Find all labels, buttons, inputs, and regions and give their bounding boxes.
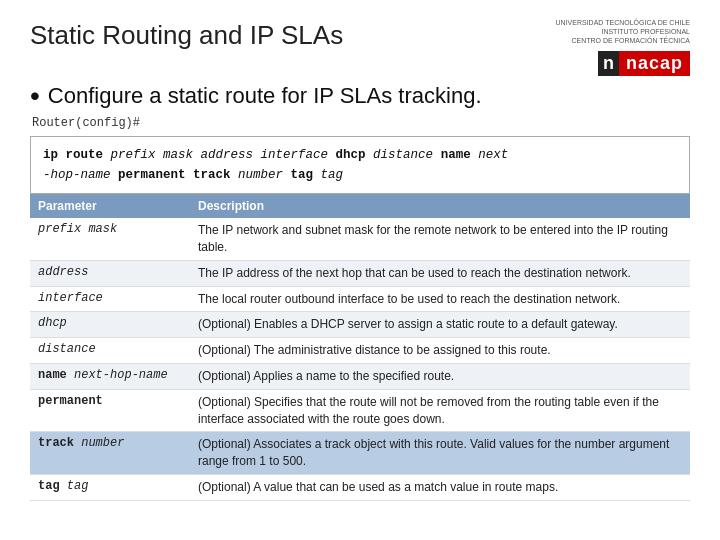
- desc-cell: The IP address of the next hop that can …: [190, 260, 690, 286]
- param-bold-text: permanent: [38, 394, 103, 408]
- param-cell: prefix mask: [30, 218, 190, 260]
- param-italic-part: next-hop-name: [74, 368, 168, 382]
- bullet-dot: •: [30, 82, 40, 110]
- desc-cell: The local router outbound interface to b…: [190, 286, 690, 312]
- table-row: interfaceThe local router outbound inter…: [30, 286, 690, 312]
- cmd-name: name: [441, 148, 479, 162]
- col-parameter: Parameter: [30, 194, 190, 218]
- nacap-box-label: nacap: [619, 51, 690, 76]
- bullet-text: Configure a static route for IP SLAs tra…: [48, 83, 482, 109]
- cmd-ip-route: ip route: [43, 148, 103, 162]
- param-cell: interface: [30, 286, 190, 312]
- param-cell: distance: [30, 338, 190, 364]
- params-table: Parameter Description prefix maskThe IP …: [30, 194, 690, 501]
- cmd-dhcp: dhcp: [336, 148, 374, 162]
- table-row: track number(Optional) Associates a trac…: [30, 432, 690, 475]
- param-italic-part: number: [81, 436, 124, 450]
- router-config-line: Router(config)#: [30, 116, 690, 130]
- param-italic-part: tag: [67, 479, 89, 493]
- nacap-n-letter: n: [598, 51, 619, 76]
- cmd-track: track: [193, 168, 238, 182]
- table-row: permanent(Optional) Specifies that the r…: [30, 389, 690, 432]
- param-cell: name next-hop-name: [30, 364, 190, 390]
- table-row: distance(Optional) The administrative di…: [30, 338, 690, 364]
- cmd-distance: distance: [373, 148, 433, 162]
- table-row: prefix maskThe IP network and subnet mas…: [30, 218, 690, 260]
- param-bold-part: tag: [38, 479, 67, 493]
- desc-cell: (Optional) Specifies that the route will…: [190, 389, 690, 432]
- table-row: addressThe IP address of the next hop th…: [30, 260, 690, 286]
- desc-cell: (Optional) Applies a name to the specifi…: [190, 364, 690, 390]
- logo-nacap: n nacap: [598, 51, 690, 76]
- logo-university: UNIVERSIDAD TECNOLÓGICA DE CHILEINSTITUT…: [556, 18, 690, 45]
- bullet-section: • Configure a static route for IP SLAs t…: [30, 82, 690, 110]
- desc-cell: (Optional) The administrative distance t…: [190, 338, 690, 364]
- param-cell: track number: [30, 432, 190, 475]
- table-row: name next-hop-name(Optional) Applies a n…: [30, 364, 690, 390]
- param-cell: tag tag: [30, 475, 190, 501]
- cmd-next: next: [478, 148, 508, 162]
- param-bold-part: track: [38, 436, 81, 450]
- desc-cell: (Optional) Associates a track object wit…: [190, 432, 690, 475]
- cmd-interface: interface: [261, 148, 329, 162]
- header-bar: Static Routing and IP SLAs UNIVERSIDAD T…: [30, 18, 690, 76]
- command-box: ip route prefix mask address interface d…: [30, 136, 690, 194]
- cmd-tag-val: tag: [321, 168, 344, 182]
- param-cell: address: [30, 260, 190, 286]
- param-bold-part: name: [38, 368, 74, 382]
- desc-cell: The IP network and subnet mask for the r…: [190, 218, 690, 260]
- cmd-hop-name: -hop-name: [43, 168, 111, 182]
- cmd-permanent: permanent: [118, 168, 193, 182]
- logo-area: UNIVERSIDAD TECNOLÓGICA DE CHILEINSTITUT…: [556, 18, 690, 76]
- bullet-title: • Configure a static route for IP SLAs t…: [30, 82, 690, 110]
- table-row: dhcp(Optional) Enables a DHCP server to …: [30, 312, 690, 338]
- page: Static Routing and IP SLAs UNIVERSIDAD T…: [0, 0, 720, 540]
- cmd-prefix: prefix mask address: [111, 148, 261, 162]
- desc-cell: (Optional) Enables a DHCP server to assi…: [190, 312, 690, 338]
- col-description: Description: [190, 194, 690, 218]
- table-row: tag tag(Optional) A value that can be us…: [30, 475, 690, 501]
- page-title: Static Routing and IP SLAs: [30, 20, 343, 51]
- param-cell: dhcp: [30, 312, 190, 338]
- cmd-tag: tag: [291, 168, 321, 182]
- desc-cell: (Optional) A value that can be used as a…: [190, 475, 690, 501]
- table-header-row: Parameter Description: [30, 194, 690, 218]
- param-cell: permanent: [30, 389, 190, 432]
- cmd-number: number: [238, 168, 283, 182]
